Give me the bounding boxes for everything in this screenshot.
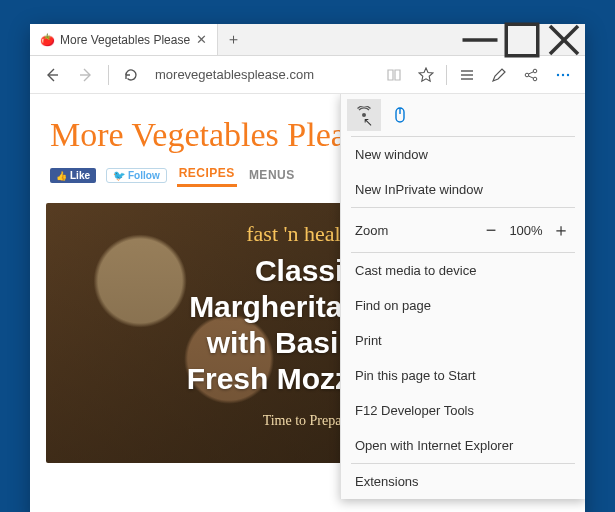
extension-icon-2[interactable] bbox=[383, 99, 417, 131]
svg-point-10 bbox=[533, 69, 537, 73]
menu-zoom-row: Zoom − 100% ＋ bbox=[341, 208, 585, 252]
minimize-button[interactable] bbox=[459, 24, 501, 55]
web-note-button[interactable] bbox=[483, 60, 515, 90]
title-bar: 🍅 More Vegetables Please ✕ ＋ bbox=[30, 24, 585, 56]
forward-arrow-icon bbox=[78, 67, 94, 83]
maximize-button[interactable] bbox=[501, 24, 543, 55]
mouse-icon bbox=[391, 106, 409, 124]
edge-window: 🍅 More Vegetables Please ✕ ＋ bbox=[30, 24, 585, 512]
settings-menu: ↖ New window New InPrivate window Zoom −… bbox=[340, 94, 585, 499]
menu-find[interactable]: Find on page bbox=[341, 288, 585, 323]
extension-icon-1[interactable]: ↖ bbox=[347, 99, 381, 131]
menu-new-inprivate[interactable]: New InPrivate window bbox=[341, 172, 585, 207]
menu-extension-icons: ↖ bbox=[341, 94, 585, 136]
reading-view-button[interactable] bbox=[378, 60, 410, 90]
svg-point-16 bbox=[567, 73, 569, 75]
menu-cast[interactable]: Cast media to device bbox=[341, 253, 585, 288]
close-icon bbox=[543, 19, 585, 61]
zoom-value: 100% bbox=[505, 223, 547, 238]
hub-button[interactable] bbox=[451, 60, 483, 90]
close-window-button[interactable] bbox=[543, 24, 585, 55]
nav-menus[interactable]: MENUS bbox=[247, 166, 297, 186]
facebook-like-button[interactable]: Like bbox=[50, 168, 96, 183]
page-content: More Vegetables Please Like Follow RECIP… bbox=[30, 94, 585, 512]
svg-point-17 bbox=[362, 113, 366, 117]
menu-print[interactable]: Print bbox=[341, 323, 585, 358]
favorite-button[interactable] bbox=[410, 60, 442, 90]
tab-title: More Vegetables Please bbox=[60, 33, 190, 47]
svg-line-13 bbox=[529, 76, 534, 78]
refresh-button[interactable] bbox=[115, 60, 147, 90]
menu-open-ie[interactable]: Open with Internet Explorer bbox=[341, 428, 585, 463]
toolbar-divider bbox=[108, 65, 109, 85]
share-icon bbox=[523, 67, 539, 83]
minimize-icon bbox=[459, 19, 501, 61]
back-arrow-icon bbox=[44, 67, 60, 83]
nav-recipes[interactable]: RECIPES bbox=[177, 164, 237, 187]
more-button[interactable] bbox=[547, 60, 579, 90]
tab-close-icon[interactable]: ✕ bbox=[196, 32, 207, 47]
menu-new-window[interactable]: New window bbox=[341, 137, 585, 172]
share-button[interactable] bbox=[515, 60, 547, 90]
svg-point-14 bbox=[557, 73, 559, 75]
menu-pin[interactable]: Pin this page to Start bbox=[341, 358, 585, 393]
star-icon bbox=[418, 67, 434, 83]
pen-icon bbox=[491, 67, 507, 83]
more-dots-icon bbox=[555, 67, 571, 83]
svg-point-15 bbox=[562, 73, 564, 75]
svg-point-9 bbox=[525, 73, 529, 77]
hub-icon bbox=[459, 67, 475, 83]
toolbar bbox=[30, 56, 585, 94]
back-button[interactable] bbox=[36, 60, 68, 90]
zoom-label: Zoom bbox=[355, 223, 477, 238]
menu-devtools[interactable]: F12 Developer Tools bbox=[341, 393, 585, 428]
refresh-icon bbox=[123, 67, 139, 83]
zoom-in-button[interactable]: ＋ bbox=[547, 216, 575, 244]
maximize-icon bbox=[501, 19, 543, 61]
book-icon bbox=[386, 67, 402, 83]
new-tab-button[interactable]: ＋ bbox=[218, 24, 248, 55]
zoom-out-button[interactable]: − bbox=[477, 216, 505, 244]
browser-tab[interactable]: 🍅 More Vegetables Please ✕ bbox=[30, 24, 218, 55]
svg-line-12 bbox=[529, 71, 534, 73]
forward-button[interactable] bbox=[70, 60, 102, 90]
svg-point-11 bbox=[533, 77, 537, 81]
menu-extensions[interactable]: Extensions bbox=[341, 464, 585, 499]
favicon-tomato-icon: 🍅 bbox=[40, 33, 54, 47]
twitter-follow-button[interactable]: Follow bbox=[106, 168, 167, 183]
toolbar-divider bbox=[446, 65, 447, 85]
radar-icon bbox=[355, 106, 373, 124]
svg-rect-1 bbox=[506, 24, 538, 56]
address-bar[interactable] bbox=[149, 62, 376, 88]
